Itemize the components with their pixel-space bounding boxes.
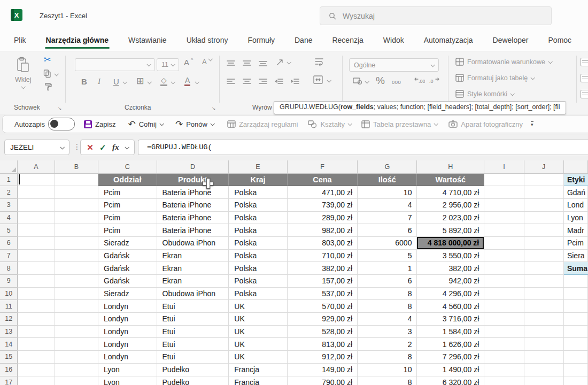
underline-button[interactable]: U [113,77,119,86]
cell-A3[interactable] [18,198,55,211]
column-header-K[interactable] [563,160,587,173]
cell-D2[interactable]: Bateria iPhone [157,186,229,199]
cell-K17[interactable] [563,376,587,385]
tab-plik[interactable]: Plik [13,31,27,49]
cell-K14[interactable] [563,338,587,351]
chevron-down-icon[interactable] [125,145,129,149]
cell-H17[interactable]: 6 320,00 zł [417,376,484,385]
cell-E12[interactable]: UK [229,313,287,326]
cell-E14[interactable]: UK [229,338,287,351]
manage-rules-button[interactable]: Zarządzaj regułami [227,120,298,128]
cell-H14[interactable]: 1 626,00 zł [417,338,484,351]
cell-D9[interactable]: Ekran [157,275,229,288]
cell-G4[interactable]: 7 [358,211,417,224]
chevron-down-icon[interactable] [287,60,291,64]
increase-decimal-icon[interactable]: .00 [414,76,425,87]
cell-E2[interactable]: Polska [229,186,287,199]
cell-E6[interactable]: Polska [229,236,287,249]
chevron-down-icon[interactable] [60,145,64,149]
cell-E11[interactable]: UK [229,300,287,313]
cell-C5[interactable]: Pcim [98,224,157,237]
cell-I13[interactable] [484,325,524,338]
font-size-combo[interactable]: 11 [157,58,179,71]
cell-K1[interactable]: Etyki [563,173,587,186]
cell-E5[interactable]: Polska [229,224,287,237]
cell-B3[interactable] [55,198,98,211]
cell-H3[interactable]: 2 956,00 zł [417,198,484,211]
pivot-table-button[interactable]: Tabela przestawna [361,120,437,128]
row-header-14[interactable]: 14 [0,338,18,351]
cell-D14[interactable]: Etui [157,338,229,351]
cell-D1[interactable]: Produkt [157,173,229,186]
enter-icon[interactable]: ✓ [99,143,106,152]
cell-B10[interactable] [55,287,98,300]
row-header-7[interactable]: 7 [0,249,18,262]
cell-B14[interactable] [55,338,98,351]
chevron-down-icon[interactable] [122,80,127,84]
cell-J8[interactable] [524,262,563,275]
tab-recenzja[interactable]: Recenzja [331,31,364,49]
cell-I7[interactable] [484,249,524,262]
cell-D11[interactable]: Etui [157,300,229,313]
decrease-decimal-icon[interactable]: .0 [429,76,439,87]
chevron-down-icon[interactable] [434,121,438,126]
chevron-down-icon[interactable] [159,121,164,126]
align-left-icon[interactable] [227,77,235,87]
cell-B15[interactable] [55,351,98,364]
cell-F14[interactable]: 813,00 zł [287,338,357,351]
align-bottom-icon[interactable] [259,59,267,68]
cell-K5[interactable]: Madr [563,224,587,237]
cell-K9[interactable] [563,275,587,288]
cell-G1[interactable]: Ilość [358,173,417,186]
row-header-3[interactable]: 3 [0,198,18,211]
cell-B16[interactable] [55,363,98,376]
cell-B4[interactable] [55,211,98,224]
row-header-8[interactable]: 8 [0,262,18,275]
cell-H11[interactable]: 4 560,00 zł [417,300,484,313]
cell-D4[interactable]: Bateria iPhone [157,211,229,224]
merge-center-icon[interactable] [313,75,323,87]
cell-B13[interactable] [55,325,98,338]
cell-G2[interactable]: 10 [358,186,417,199]
cell-I15[interactable] [484,351,524,364]
chevron-down-icon[interactable] [54,72,58,76]
cell-J6[interactable] [524,236,563,249]
format-painter-icon[interactable] [44,82,52,93]
cell-E4[interactable]: Polska [229,211,287,224]
cell-G10[interactable]: 8 [358,287,417,300]
paste-button[interactable]: Wklej [15,57,32,89]
cell-D7[interactable]: Ekran [157,249,229,262]
cell-K4[interactable]: Lyon [563,211,587,224]
search-box[interactable] [320,6,552,25]
cell-I5[interactable] [484,224,524,237]
cell-J3[interactable] [524,198,563,211]
column-header-A[interactable]: A [18,160,55,173]
row-header-11[interactable]: 11 [0,300,18,313]
cell-D5[interactable]: Bateria iPhone [157,224,229,237]
cell-G13[interactable]: 3 [358,325,417,338]
toolbar-overflow-icon[interactable]: ▾ [531,121,533,127]
row-header-15[interactable]: 15 [0,351,18,364]
column-header-D[interactable]: D [157,160,229,173]
formula-input[interactable]: =GRUPUJ.WEDŁUG( [138,140,588,155]
cell-I12[interactable] [484,313,524,326]
cell-F1[interactable]: Cena [287,173,357,186]
cell-K13[interactable] [563,325,587,338]
cell-A1[interactable] [18,173,55,186]
cell-D17[interactable]: Pudełko [157,376,229,385]
cell-B11[interactable] [55,300,98,313]
cell-K12[interactable] [563,313,587,326]
cell-G16[interactable]: 10 [358,363,417,376]
cell-F4[interactable]: 289,00 zł [287,211,357,224]
cell-B2[interactable] [55,186,98,199]
cell-J2[interactable] [524,186,563,199]
column-header-J[interactable]: J [524,160,563,173]
cell-H8[interactable]: 382,00 zł [417,262,484,275]
wrap-text-icon[interactable] [314,57,324,68]
row-header-10[interactable]: 10 [0,287,18,300]
cell-J4[interactable] [524,211,563,224]
cell-H9[interactable]: 942,00 zł [417,275,484,288]
cell-B1[interactable] [55,173,98,186]
tab-wstawianie[interactable]: Wstawianie [127,31,168,49]
cell-H16[interactable]: 1 490,00 zł [417,363,484,376]
